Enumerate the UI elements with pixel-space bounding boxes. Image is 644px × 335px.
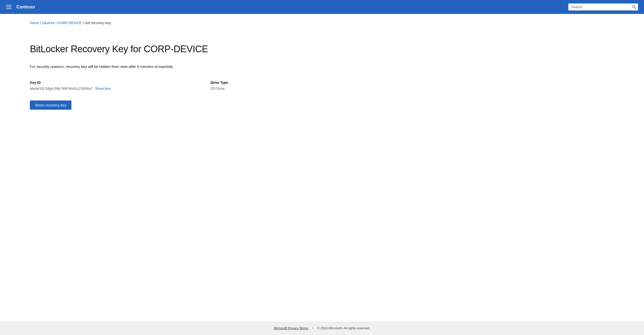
security-notice: For security reasons, recovery key will … <box>30 64 614 69</box>
main-content: Home \ Devices \ CORP-DEVICE \ Get recov… <box>0 14 644 307</box>
search-container <box>568 3 638 10</box>
privacy-link[interactable]: Microsoft Privacy Terms <box>274 326 308 330</box>
footer-copyright: © 2024 Microsoft. All rights reserved. <box>317 326 370 330</box>
drive-type-block: Drive Type OS Drive <box>210 81 228 90</box>
page-title: BitLocker Recovery Key for CORP-DEVICE <box>30 44 614 54</box>
show-less-link[interactable]: Show less <box>95 86 111 90</box>
key-id-block: Key ID abcde1f2-34gh-5i6j-7kl8-9m0n12345… <box>30 81 111 90</box>
search-button[interactable] <box>632 5 636 9</box>
drive-type-label: Drive Type <box>210 81 228 84</box>
breadcrumb-sep-3: \ <box>82 21 84 25</box>
drive-type-value: OS Drive <box>210 86 228 90</box>
search-input[interactable] <box>568 3 638 10</box>
breadcrumb-devices[interactable]: Devices <box>42 21 54 25</box>
breadcrumb-device-name[interactable]: CORP-DEVICE <box>58 21 82 25</box>
app-title: Contoso <box>16 4 568 10</box>
key-id-label: Key ID <box>30 81 111 84</box>
breadcrumb-home[interactable]: Home <box>30 21 39 25</box>
breadcrumb-sep-1: \ <box>40 21 41 25</box>
footer: Microsoft Privacy Terms • © 2024 Microso… <box>0 321 644 335</box>
app-header: Contoso <box>0 0 644 14</box>
breadcrumb: Home \ Devices \ CORP-DEVICE \ Get recov… <box>30 14 614 29</box>
key-id-value: abcde1f2-34gh-5i6j-7kl8-9m0n123456o7 <box>30 86 92 90</box>
breadcrumb-current: Get recovery key <box>84 21 111 25</box>
hamburger-menu[interactable] <box>6 5 12 9</box>
show-recovery-key-button[interactable]: Show recovery key <box>30 100 72 110</box>
info-section: Key ID abcde1f2-34gh-5i6j-7kl8-9m0n12345… <box>30 81 614 90</box>
svg-line-1 <box>635 8 636 9</box>
footer-separator: • <box>312 326 313 330</box>
key-id-value-row: abcde1f2-34gh-5i6j-7kl8-9m0n123456o7 Sho… <box>30 86 111 90</box>
breadcrumb-sep-2: \ <box>56 21 56 25</box>
